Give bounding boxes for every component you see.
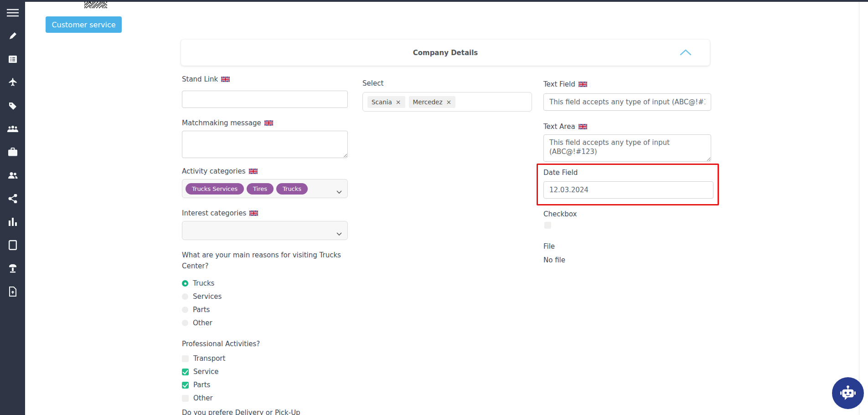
radio-option-other[interactable]: Other xyxy=(182,318,348,328)
checkbox-checked-icon[interactable] xyxy=(182,382,189,389)
checkbox-field-label: Checkbox xyxy=(543,209,711,219)
label-text: Date Field xyxy=(543,168,578,178)
checkbox-checked-icon[interactable] xyxy=(182,369,189,375)
top-border-bar xyxy=(0,0,868,2)
checkbox-label: Service xyxy=(193,368,218,376)
label-text: File xyxy=(543,241,555,251)
radio-label: Services xyxy=(193,292,222,301)
checkbox-option-parts[interactable]: Parts xyxy=(182,379,348,390)
pencil-icon[interactable] xyxy=(6,30,19,42)
label-text: Stand Link xyxy=(182,74,218,84)
label-text: Select xyxy=(362,78,383,88)
checkbox-icon[interactable] xyxy=(182,355,189,362)
label-text: Interest categories xyxy=(182,208,246,218)
radio-option-parts[interactable]: Parts xyxy=(182,304,348,315)
radio-icon[interactable] xyxy=(182,307,188,313)
category-pill[interactable]: Trucks xyxy=(276,183,308,195)
radio-selected-icon[interactable] xyxy=(182,280,188,287)
label-text: Activity categories xyxy=(182,166,246,176)
uk-flag-icon xyxy=(221,77,230,82)
panel-title: Company Details xyxy=(413,49,478,57)
visit-reasons-radio-group: Trucks Services Parts Other xyxy=(182,278,348,328)
plane-icon[interactable] xyxy=(6,76,19,88)
label-text: Matchmaking message xyxy=(182,118,261,128)
company-details-panel-header[interactable]: Company Details xyxy=(181,40,710,66)
remove-tag-icon[interactable]: × xyxy=(446,99,452,105)
remove-tag-icon[interactable]: × xyxy=(396,99,401,105)
tag-label: Scania xyxy=(372,98,392,106)
radio-icon[interactable] xyxy=(182,293,188,300)
sidebar-nav xyxy=(0,0,25,415)
checkbox-option-service[interactable]: Service xyxy=(182,366,348,377)
chevron-down-icon[interactable] xyxy=(336,187,342,196)
file-field-label: File xyxy=(543,241,711,251)
selected-tag-scania: Scania × xyxy=(367,96,405,108)
interest-categories-select[interactable] xyxy=(182,221,348,240)
uk-flag-icon xyxy=(579,124,587,129)
tags-icon[interactable] xyxy=(6,99,19,112)
chat-bot-button[interactable] xyxy=(832,377,864,409)
label-text: Text Field xyxy=(543,79,575,89)
brand-select-label: Select xyxy=(362,78,532,88)
category-pill[interactable]: Trucks Services xyxy=(186,183,244,195)
briefcase-icon[interactable] xyxy=(6,146,19,158)
date-field-input[interactable] xyxy=(543,181,713,199)
delivery-question: Do you prefere Delivery or Pick-Up xyxy=(182,407,348,415)
uk-flag-icon xyxy=(249,210,258,216)
file-status-text: No file xyxy=(543,255,711,265)
text-area-input[interactable]: This field accepts any type of input (AB… xyxy=(543,134,711,162)
chevron-down-icon[interactable] xyxy=(336,229,342,238)
matchmaking-message-label: Matchmaking message xyxy=(182,118,348,128)
chevron-up-icon[interactable] xyxy=(680,49,692,57)
uk-flag-icon xyxy=(264,120,273,126)
stand-icon[interactable] xyxy=(6,262,19,274)
checkbox-label: Transport xyxy=(193,354,225,363)
registration-form-icon[interactable] xyxy=(6,53,19,65)
professional-activities-question: Professional Activities? xyxy=(182,338,348,349)
stand-link-input[interactable] xyxy=(182,91,348,108)
content-right-divider xyxy=(859,0,859,415)
selected-tag-mercedez: Mercedez × xyxy=(409,96,456,108)
date-field-label: Date Field xyxy=(543,168,713,178)
team-icon[interactable] xyxy=(6,123,19,135)
robot-chat-icon xyxy=(838,382,858,405)
label-text: Checkbox xyxy=(543,209,577,219)
file-upload-icon[interactable] xyxy=(6,285,19,297)
checkbox-label: Other xyxy=(193,394,213,402)
menu-icon[interactable] xyxy=(6,6,19,19)
category-pill[interactable]: Tires xyxy=(247,183,274,195)
radio-label: Other xyxy=(193,319,212,327)
visitors-icon[interactable] xyxy=(6,169,19,181)
form-column-middle: Select Scania × Mercedez × xyxy=(362,78,532,112)
text-field-label: Text Field xyxy=(543,79,711,89)
radio-icon[interactable] xyxy=(182,320,188,326)
checkbox-label: Parts xyxy=(193,381,210,389)
stats-icon[interactable] xyxy=(6,215,19,228)
text-area-label: Text Area xyxy=(543,122,711,132)
radio-option-services[interactable]: Services xyxy=(182,291,348,302)
uk-flag-icon xyxy=(249,169,258,174)
label-text: Text Area xyxy=(543,122,575,132)
interest-categories-label: Interest categories xyxy=(182,208,348,218)
customer-service-button[interactable]: Customer service xyxy=(46,16,122,33)
form-column-left: Stand Link Matchmaking message Activity … xyxy=(182,74,348,415)
matchmaking-message-textarea[interactable] xyxy=(182,131,348,158)
tag-label: Mercedez xyxy=(413,98,443,106)
professional-activities-checkbox-group: Transport Service Parts Other xyxy=(182,353,348,404)
checkbox-option-transport[interactable]: Transport xyxy=(182,353,348,364)
brand-multiselect[interactable]: Scania × Mercedez × xyxy=(362,92,532,112)
radio-label: Parts xyxy=(193,306,210,314)
radio-option-trucks[interactable]: Trucks xyxy=(182,278,348,289)
activity-categories-select[interactable]: Trucks Services Tires Trucks xyxy=(182,179,348,198)
checkbox-option-other[interactable]: Other xyxy=(182,393,348,404)
share-icon[interactable] xyxy=(6,192,19,205)
radio-label: Trucks xyxy=(193,279,214,287)
checkbox-field-input[interactable] xyxy=(544,222,551,229)
form-column-right: Text Field Text Area This field accepts … xyxy=(543,79,711,265)
activity-categories-label: Activity categories xyxy=(182,166,348,176)
checkbox-icon[interactable] xyxy=(182,395,189,402)
text-field-input[interactable] xyxy=(543,93,711,111)
uk-flag-icon xyxy=(579,82,587,87)
mobile-icon[interactable] xyxy=(6,239,19,251)
stand-link-label: Stand Link xyxy=(182,74,348,84)
